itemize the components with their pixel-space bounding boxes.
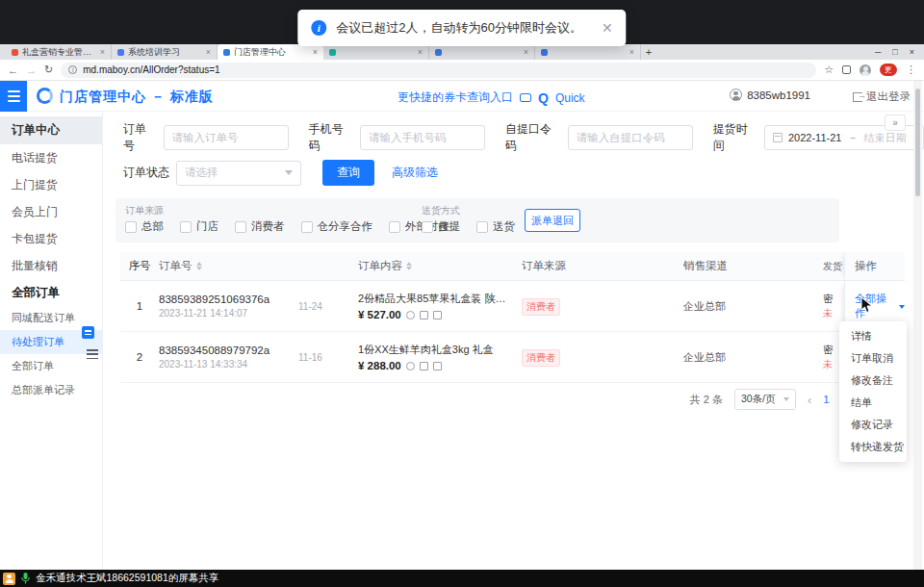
chrome-update-button[interactable]: 更 (880, 64, 897, 76)
pagination: 共 2 条 30条/页 ‹ 1 › (690, 389, 845, 410)
dispatch-return-button[interactable]: 派单退回 (525, 209, 580, 232)
row-index: 1 (120, 300, 159, 312)
quick-q-icon[interactable]: Q (538, 90, 549, 106)
phone-input[interactable] (360, 125, 485, 150)
prev-page-button[interactable]: ‹ (808, 393, 811, 407)
maximize-icon[interactable]: □ (892, 47, 897, 57)
tab-close-icon[interactable]: × (313, 47, 318, 57)
browser-tab-strip: 礼盒营销专业管理中心 × 系统培训学习 × 门店管理中心 × × × × + ─… (0, 44, 924, 60)
forward-icon[interactable]: → (26, 64, 37, 76)
actions-dropdown-menu: 详情 订单取消 修改备注 结单 修改记录 转快递发货 (839, 321, 907, 462)
col-order-no[interactable]: 订单号 (159, 259, 298, 273)
tab-favicon (223, 49, 230, 56)
checkbox-hq[interactable]: 总部 (125, 219, 164, 234)
pickup-time-label: 提货时间 (713, 121, 757, 154)
bookmark-star-icon[interactable]: ☆ (824, 64, 834, 76)
delivery-method-label: 送货方式 (422, 204, 460, 217)
site-info-icon[interactable]: i (68, 65, 77, 74)
checkbox-delivery[interactable]: 送货 (476, 219, 515, 234)
sidebar-list-toggle-icon[interactable] (87, 349, 98, 359)
tab-favicon (329, 49, 336, 56)
browser-tab-1[interactable]: 礼盒营销专业管理中心 × (6, 44, 112, 60)
sort-icon[interactable] (406, 259, 412, 273)
url-bar[interactable]: i md.maboy.cn/AllOrder?status=1 (61, 63, 816, 78)
tab-title: 系统培训学习 (128, 46, 202, 59)
pickup-code-input[interactable] (568, 125, 693, 150)
chevron-down-icon (899, 305, 905, 312)
collapse-panel-button[interactable]: » (885, 115, 906, 131)
sidebar-item-card-pickup[interactable]: 卡包提货 (0, 225, 102, 252)
logout-label: 退出登录 (866, 89, 911, 104)
order-status-placeholder: 请选择 (185, 166, 218, 180)
checkbox-warehouse-share[interactable]: 仓分享合作 (301, 219, 373, 234)
sidebar-group-all-orders[interactable]: 全部订单 (0, 279, 102, 306)
sales-channel: 企业总部 (683, 299, 823, 314)
order-status-select[interactable]: 请选择 (176, 161, 301, 186)
menu-item-edit-history[interactable]: 修改记录 (839, 414, 907, 436)
col-shipping: 发货 (823, 259, 844, 273)
browser-tab-6[interactable]: × (535, 44, 641, 60)
browser-menu-icon[interactable]: ⋮ (906, 64, 916, 76)
hamburger-menu-icon[interactable] (0, 81, 27, 112)
date-start-value: 2022-11-21 (788, 132, 841, 143)
scrollbar-thumb[interactable] (915, 89, 920, 196)
reload-icon[interactable]: ↻ (44, 64, 53, 76)
advanced-filter-link[interactable]: 高级筛选 (392, 165, 438, 181)
phone-label: 手机号码 (309, 121, 353, 154)
sidebar-item-hq-dispatch-records[interactable]: 总部派单记录 (0, 378, 102, 402)
order-content-title: 1份XX生鲜羊肉礼盒3kg 礼盒 (358, 343, 514, 357)
checkbox-self-pickup[interactable]: 自提 (422, 219, 460, 234)
order-no-input[interactable] (164, 125, 289, 150)
tab-close-icon[interactable]: × (100, 47, 105, 57)
date-end-placeholder: 结束日期 (863, 131, 906, 145)
search-button[interactable]: 查询 (322, 160, 374, 186)
browser-tab-2[interactable]: 系统培训学习 × (112, 44, 218, 60)
sidebar-item-member-visit[interactable]: 会员上门 (0, 198, 102, 225)
browser-tab-5[interactable]: × (429, 44, 535, 60)
logout-icon (853, 92, 862, 102)
tab-favicon (12, 49, 18, 56)
menu-item-details[interactable]: 详情 (839, 325, 907, 347)
extensions-icon[interactable] (842, 65, 851, 74)
tab-favicon (117, 49, 124, 56)
info-icon: i (311, 20, 326, 36)
page-number[interactable]: 1 (823, 394, 829, 405)
sidebar-quick-button[interactable] (82, 326, 94, 339)
logout-button[interactable]: 退出登录 (853, 89, 911, 104)
sidebar-section-order-center[interactable]: 订单中心 (0, 116, 102, 144)
order-source-panel: 订单来源 送货方式 总部 门店 消费者 仓分享合作 外部对接 自提 送货 派单退… (116, 198, 839, 242)
page-size-select[interactable]: 30条/页 (734, 389, 796, 410)
browser-tab-4[interactable]: × (323, 44, 429, 60)
close-icon[interactable]: × (910, 47, 914, 57)
order-price: ¥ 288.00 (358, 360, 401, 371)
tab-close-icon[interactable]: × (629, 47, 634, 57)
tab-close-icon[interactable]: × (524, 47, 528, 57)
checkbox-icon (180, 221, 192, 233)
checkbox-consumer[interactable]: 消费者 (235, 219, 285, 234)
browser-profile-avatar[interactable] (860, 64, 871, 76)
checkbox-store[interactable]: 门店 (180, 219, 218, 234)
checkbox-icon (389, 221, 400, 233)
sidebar-item-door-pickup[interactable]: 上门提货 (0, 171, 102, 198)
sidebar-item-batch-verify[interactable]: 批量核销 (0, 252, 102, 279)
browser-tab-3[interactable]: 门店管理中心 × (218, 44, 323, 60)
sort-icon[interactable] (196, 259, 202, 273)
phone-icon (433, 311, 442, 319)
quick-entry-link[interactable]: 更快捷的券卡查询入口 (398, 89, 513, 106)
new-tab-button[interactable]: + (641, 44, 656, 60)
shipping-line2: 未 (823, 306, 836, 320)
menu-item-express-ship[interactable]: 转快递发货 (839, 436, 907, 458)
tab-close-icon[interactable]: × (418, 47, 423, 57)
tab-favicon (541, 49, 548, 56)
menu-item-cancel-order[interactable]: 订单取消 (839, 347, 907, 370)
order-price: ¥ 527.00 (358, 309, 401, 320)
menu-item-close-order[interactable]: 结单 (839, 392, 907, 414)
tab-close-icon[interactable]: × (206, 47, 211, 57)
menu-item-edit-remark[interactable]: 修改备注 (839, 370, 907, 392)
sidebar-item-phone-pickup[interactable]: 电话提货 (0, 144, 102, 171)
quick-link[interactable]: Quick (555, 91, 585, 105)
toast-close-icon[interactable]: ✕ (602, 20, 613, 36)
back-icon[interactable]: ← (8, 64, 18, 76)
minimize-icon[interactable]: ─ (875, 47, 881, 57)
col-content[interactable]: 订单内容 (358, 259, 522, 273)
